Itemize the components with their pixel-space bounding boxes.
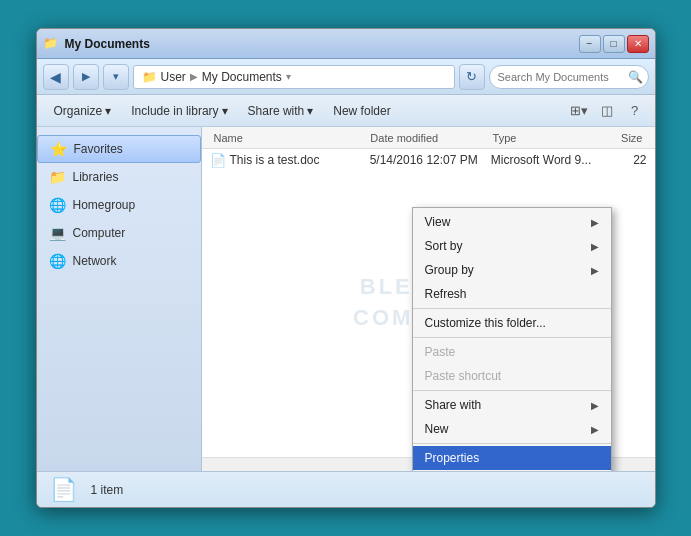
ctx-sort-arrow: ▶ [591,241,599,252]
ctx-sep-3 [413,390,611,391]
title-buttons: − □ ✕ [579,35,649,53]
ctx-sep-4 [413,443,611,444]
context-menu: View ▶ Sort by ▶ Group by ▶ Refresh Cust… [412,207,612,471]
share-dropdown-icon: ▾ [307,104,313,118]
sidebar-label-network: Network [73,254,117,268]
computer-icon: 💻 [49,224,67,242]
sidebar: ⭐ Favorites 📁 Libraries 🌐 Homegroup 💻 Co… [37,127,202,471]
sidebar-item-favorites[interactable]: ⭐ Favorites [37,135,201,163]
title-bar-left: 📁 My Documents [43,36,150,52]
ctx-group-by[interactable]: Group by ▶ [413,258,611,282]
main-content: ⭐ Favorites 📁 Libraries 🌐 Homegroup 💻 Co… [37,127,655,471]
ctx-sort-label: Sort by [425,239,463,253]
organize-dropdown-icon: ▾ [105,104,111,118]
window-title: My Documents [65,37,150,51]
file-icon: 📄 [210,151,226,169]
ctx-paste-shortcut-label: Paste shortcut [425,369,502,383]
network-icon: 🌐 [49,252,67,270]
toolbar-right: ⊞▾ ◫ ? [567,99,647,123]
ctx-new-label: New [425,422,449,436]
search-input[interactable] [489,65,649,89]
folder-icon: 📁 [142,70,157,84]
ctx-new[interactable]: New ▶ [413,417,611,441]
forward-button[interactable]: ▶ [73,64,99,90]
file-area: Name Date modified Type Size 📄 This is a… [202,127,655,471]
sidebar-item-libraries[interactable]: 📁 Libraries [37,163,201,191]
preview-pane-button[interactable]: ◫ [595,99,619,123]
sidebar-label-homegroup: Homegroup [73,198,136,212]
include-dropdown-icon: ▾ [222,104,228,118]
title-bar: 📁 My Documents − □ ✕ [37,29,655,59]
organize-button[interactable]: Organize ▾ [45,99,121,123]
ctx-customize[interactable]: Customize this folder... [413,311,611,335]
path-user: User [161,70,186,84]
minimize-button[interactable]: − [579,35,601,53]
search-wrap: 🔍 [489,65,649,89]
ctx-customize-label: Customize this folder... [425,316,546,330]
back-button[interactable]: ◀ [43,64,69,90]
status-icon: 📄 [49,476,79,504]
path-separator-1: ▶ [190,71,198,82]
window-icon: 📁 [43,36,59,52]
file-name: This is a test.doc [230,153,370,167]
address-path[interactable]: 📁 User ▶ My Documents ▾ [133,65,455,89]
ctx-share-with[interactable]: Share with ▶ [413,393,611,417]
status-item-count: 1 item [91,483,124,497]
libraries-icon: 📁 [49,168,67,186]
sidebar-item-computer[interactable]: 💻 Computer [37,219,201,247]
ctx-view-label: View [425,215,451,229]
file-date: 5/14/2016 12:07 PM [370,153,491,167]
view-options-button[interactable]: ⊞▾ [567,99,591,123]
ctx-paste: Paste [413,340,611,364]
path-docs: My Documents [202,70,282,84]
path-dropdown: ▾ [286,71,291,82]
table-row[interactable]: 📄 This is a test.doc 5/14/2016 12:07 PM … [202,149,655,171]
sidebar-item-homegroup[interactable]: 🌐 Homegroup [37,191,201,219]
help-button[interactable]: ? [623,99,647,123]
refresh-button[interactable]: ↻ [459,64,485,90]
close-button[interactable]: ✕ [627,35,649,53]
sidebar-item-network[interactable]: 🌐 Network [37,247,201,275]
new-folder-button[interactable]: New folder [324,99,399,123]
address-bar: ◀ ▶ ▾ 📁 User ▶ My Documents ▾ ↻ 🔍 [37,59,655,95]
col-header-type[interactable]: Type [489,132,594,144]
ctx-refresh[interactable]: Refresh [413,282,611,306]
col-header-date[interactable]: Date modified [366,132,488,144]
sidebar-label-favorites: Favorites [74,142,123,156]
include-label: Include in library [131,104,218,118]
ctx-sep-1 [413,308,611,309]
newfolder-label: New folder [333,104,390,118]
sidebar-label-computer: Computer [73,226,126,240]
column-headers: Name Date modified Type Size [202,127,655,149]
ctx-properties[interactable]: Properties [413,446,611,470]
share-label: Share with [248,104,305,118]
ctx-view-arrow: ▶ [591,217,599,228]
homegroup-icon: 🌐 [49,196,67,214]
ctx-refresh-label: Refresh [425,287,467,301]
file-size: 22 [595,153,647,167]
organize-label: Organize [54,104,103,118]
ctx-sort-by[interactable]: Sort by ▶ [413,234,611,258]
ctx-new-arrow: ▶ [591,424,599,435]
col-header-name[interactable]: Name [210,132,367,144]
sidebar-label-libraries: Libraries [73,170,119,184]
ctx-group-label: Group by [425,263,474,277]
search-icon[interactable]: 🔍 [628,70,643,84]
ctx-share-arrow: ▶ [591,400,599,411]
ctx-sep-2 [413,337,611,338]
dropdown-button[interactable]: ▾ [103,64,129,90]
ctx-share-label: Share with [425,398,482,412]
maximize-button[interactable]: □ [603,35,625,53]
toolbar: Organize ▾ Include in library ▾ Share wi… [37,95,655,127]
favorites-icon: ⭐ [50,140,68,158]
share-with-button[interactable]: Share with ▾ [239,99,323,123]
ctx-group-arrow: ▶ [591,265,599,276]
file-type: Microsoft Word 9... [491,153,595,167]
ctx-properties-label: Properties [425,451,480,465]
status-bar: 📄 1 item [37,471,655,507]
ctx-paste-label: Paste [425,345,456,359]
include-library-button[interactable]: Include in library ▾ [122,99,236,123]
col-header-size[interactable]: Size [594,132,647,144]
ctx-paste-shortcut: Paste shortcut [413,364,611,388]
ctx-view[interactable]: View ▶ [413,210,611,234]
